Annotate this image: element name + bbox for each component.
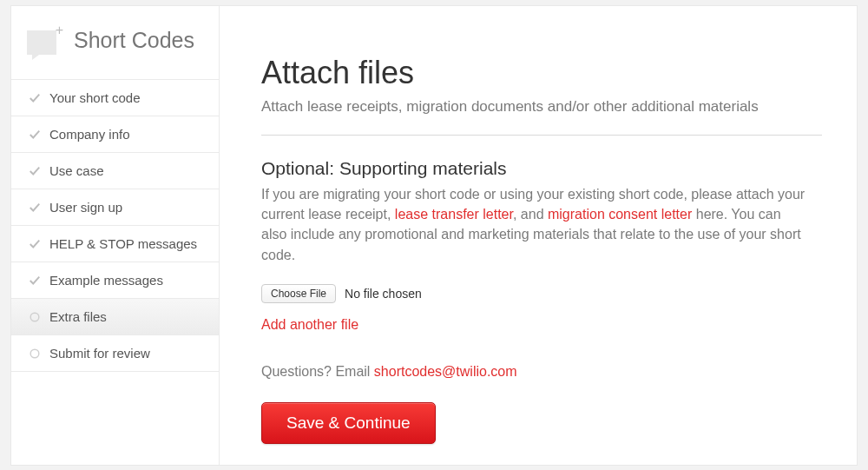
sidebar-item-company-info[interactable]: Company info [11, 116, 219, 153]
page-subtitle: Attach lease receipts, migration documen… [261, 98, 822, 116]
sidebar-item-your-short-code[interactable]: Your short code [11, 80, 219, 116]
sidebar-item-user-sign-up[interactable]: User sign up [11, 189, 219, 226]
sidebar-item-label: HELP & STOP messages [49, 236, 197, 251]
desc-text: , and [513, 207, 548, 222]
choose-file-button[interactable]: Choose File [261, 284, 336, 303]
short-codes-logo-icon: + [27, 23, 63, 56]
sidebar-nav: Your short code Company info Use case Us… [11, 79, 219, 372]
radio-empty-icon [29, 311, 41, 323]
questions-prefix: Questions? Email [261, 364, 374, 379]
sidebar-item-extra-files[interactable]: Extra files [11, 299, 219, 335]
lease-transfer-letter-link[interactable]: lease transfer letter [395, 207, 513, 222]
checkmark-icon [29, 202, 41, 214]
sidebar-item-help-stop-messages[interactable]: HELP & STOP messages [11, 226, 219, 262]
main-content: Attach files Attach lease receipts, migr… [220, 6, 857, 465]
svg-point-0 [30, 313, 39, 321]
sidebar-header: + Short Codes [11, 6, 219, 79]
page-title: Attach files [261, 55, 822, 91]
sidebar-item-label: Your short code [49, 90, 141, 105]
section-divider [261, 135, 822, 136]
sidebar-item-example-messages[interactable]: Example messages [11, 262, 219, 299]
checkmark-icon [29, 129, 41, 141]
sidebar-title: Short Codes [74, 28, 194, 53]
checkmark-icon [29, 165, 41, 177]
add-another-file-link[interactable]: Add another file [261, 317, 358, 333]
sidebar: + Short Codes Your short code Company in… [11, 6, 220, 465]
questions-line: Questions? Email shortcodes@twilio.com [261, 364, 822, 380]
sidebar-item-label: Extra files [49, 309, 107, 324]
save-continue-button[interactable]: Save & Continue [261, 402, 436, 444]
sidebar-item-use-case[interactable]: Use case [11, 153, 219, 189]
file-chosen-status: No file chosen [345, 287, 422, 301]
section-description: If you are migrating your short code or … [261, 184, 808, 265]
checkmark-icon [29, 275, 41, 287]
file-input-row: Choose File No file chosen [261, 284, 822, 303]
migration-consent-letter-link[interactable]: migration consent letter [548, 207, 692, 222]
sidebar-item-label: Example messages [49, 273, 163, 288]
checkmark-icon [29, 92, 41, 104]
sidebar-item-label: Submit for review [49, 346, 150, 361]
svg-point-1 [30, 349, 39, 358]
sidebar-item-label: User sign up [49, 200, 122, 215]
radio-empty-icon [29, 348, 41, 360]
app-frame: + Short Codes Your short code Company in… [10, 5, 858, 466]
section-title: Optional: Supporting materials [261, 158, 822, 179]
sidebar-item-label: Company info [49, 127, 130, 142]
support-email-link[interactable]: shortcodes@twilio.com [374, 364, 517, 379]
sidebar-item-label: Use case [49, 163, 104, 178]
checkmark-icon [29, 238, 41, 250]
sidebar-item-submit-for-review[interactable]: Submit for review [11, 335, 219, 372]
